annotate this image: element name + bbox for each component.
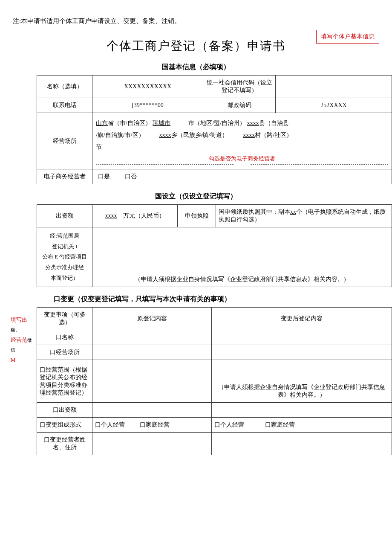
header-item: 变更事项（可多选）: [37, 308, 92, 330]
value-location: 山东省（市/自治区） 聊城市 市（地区/盟/自治州） xxxx县（自治县 /旗/…: [92, 113, 392, 169]
label-location: 经营场所: [37, 113, 92, 169]
value-license: 国申领纸质执照其中：副本xx个（电子执照系统自动生成，纸质执照自行勾选）: [216, 205, 392, 227]
checkbox-operator[interactable]: 口变更经营者姓名、住所: [37, 433, 92, 455]
value-ecommerce: 口是 口否: [92, 169, 392, 184]
table-row: 变更事项（可多选） 原登记内容 变更后登记内容: [37, 308, 392, 330]
scope-new-note: （申请人须根据企业自身情况填写《企业登记政府部门共享信息表》相关内容。）: [212, 360, 392, 403]
checkbox-family-old[interactable]: 口家庭经营: [140, 421, 170, 428]
header-old: 原登记内容: [92, 308, 212, 330]
table-row: 经营场所 山东省（市/自治区） 聊城市 市（地区/盟/自治州） xxxx县（自治…: [37, 113, 392, 169]
label-capital: 出资额: [37, 205, 92, 227]
table-row: 名称（选填） XXXXXXXXXXX 统一社会信用代码（设立登记不填写）: [37, 76, 392, 98]
table-row: 口出资额: [37, 403, 392, 418]
table-row: 经:营范围居 登记机关 I 公布 E 勺经营项目 分类示准办理经 本而登记） （…: [37, 227, 392, 287]
checkbox-no[interactable]: 口否: [125, 173, 137, 180]
form-new: 口个人经营 口家庭经营: [212, 418, 392, 433]
table-row: 电子商务经营者 口是 口否: [37, 169, 392, 184]
checkbox-capital[interactable]: 口出资额: [37, 403, 92, 418]
loc-province: 山东: [96, 120, 108, 126]
value-postal: 252XXXX: [276, 98, 392, 113]
checkbox-scope[interactable]: 口经营范围（根据登记机关公布的经营项目分类标准办理经营范围登记）: [37, 360, 92, 403]
value-uscc: [276, 76, 392, 98]
loc-town: xxxx: [159, 132, 171, 138]
table-row: 口经营范围（根据登记机关公布的经营项目分类标准办理经营范围登记） （申请人须根据…: [37, 360, 392, 403]
annotation-box-right: 填写个体户基本信息: [316, 30, 379, 44]
table-row: 出资额 xxxx 万元（人民币） 申领执照 国申领纸质执照其中：副本xx个（电子…: [37, 205, 392, 227]
loc-village: xxxx: [243, 132, 255, 138]
label-ecommerce: 电子商务经营者: [37, 169, 92, 184]
ecommerce-note: 勾选是否为电子商务经营者: [96, 153, 388, 164]
value-scope: （申请人须根据企业自身情况填写《企业登记政府部门共享信息表》相关内容。）: [92, 227, 392, 287]
value-phone: [39******00: [92, 98, 203, 113]
label-name: 名称（选填）: [37, 76, 92, 98]
change-table: 变更事项（可多选） 原登记内容 变更后登记内容 口名称 口经营场所 口经营范围（…: [37, 307, 392, 455]
checkbox-family-new[interactable]: 口家庭经营: [265, 421, 295, 428]
checkbox-personal-old[interactable]: 口个人经营: [95, 421, 125, 428]
value-capital: xxxx 万元（人民币）: [92, 205, 178, 227]
loc-city: 聊城市: [153, 120, 170, 126]
establish-table: 出资额 xxxx 万元（人民币） 申领执照 国申领纸质执照其中：副本xx个（电子…: [37, 204, 392, 287]
label-phone: 联系电话: [37, 98, 92, 113]
form-old: 口个人经营 口家庭经营: [92, 418, 212, 433]
label-scope: 经:营范围居 登记机关 I 公布 E 勺经营项目 分类示准办理经 本而登记）: [37, 227, 92, 287]
value-name: XXXXXXXXXXX: [92, 76, 203, 98]
checkbox-name[interactable]: 口名称: [37, 330, 92, 345]
label-postal: 邮政编码: [203, 98, 276, 113]
checkbox-location[interactable]: 口经营场所: [37, 345, 92, 360]
checkbox-personal-new[interactable]: 口个人经营: [214, 421, 244, 428]
section3-title: 口变更（仅变更登记填写，只填写与本次申请有关的事项）: [37, 295, 379, 304]
checkbox-form[interactable]: 口变更组成形式: [37, 418, 92, 433]
annotation-left: 填写出额、 经营范微信 M: [11, 315, 36, 365]
label-license: 申领执照: [178, 205, 216, 227]
table-row: 联系电话 [39******00 邮政编码 252XXXX: [37, 98, 392, 113]
table-row: 口变更经营者姓名、住所: [37, 433, 392, 455]
basic-info-table: 名称（选填） XXXXXXXXXXX 统一社会信用代码（设立登记不填写） 联系电…: [37, 75, 392, 184]
label-uscc: 统一社会信用代码（设立登记不填写）: [203, 76, 276, 98]
section2-title: 国设立（仅设立登记填写）: [13, 192, 379, 201]
top-note: 注:本申请书适用个体工商户申请设立、变更、备案、注销。: [13, 17, 379, 25]
header-new: 变更后登记内容: [212, 308, 392, 330]
section1-title: 国基本信息（必填项）: [13, 63, 379, 72]
table-row: 口名称: [37, 330, 392, 345]
checkbox-yes[interactable]: 口是: [98, 173, 110, 180]
loc-county: xxxx: [247, 120, 259, 126]
table-row: 口变更组成形式 口个人经营 口家庭经营 口个人经营 口家庭经营: [37, 418, 392, 433]
table-row: 口经营场所: [37, 345, 392, 360]
